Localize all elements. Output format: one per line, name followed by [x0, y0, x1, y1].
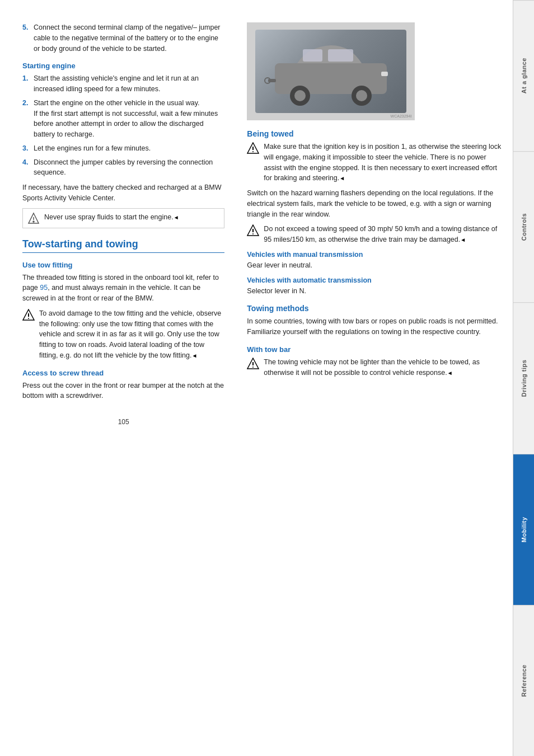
manual-transmission-text: Gear lever in neutral. [247, 260, 502, 271]
manual-transmission-section: Vehicles with manual transmission Gear l… [247, 251, 502, 271]
svg-point-24 [252, 367, 254, 368]
tab-controls[interactable]: Controls [513, 151, 534, 302]
side-tabs: At a glance Controls Driving tips Mobili… [513, 0, 534, 756]
svg-rect-6 [275, 63, 387, 94]
step-1: 1. Start the assisting vehicle's engine … [22, 73, 224, 95]
being-towed-warning2: Do not exceed a towing speed of 30 mph/ … [247, 224, 502, 245]
being-towed-warning2-icon [247, 224, 259, 237]
being-towed-title: Being towed [247, 129, 502, 138]
step-2: 2. Start the engine on the other vehicle… [22, 98, 224, 140]
tow-bar-title: With tow bar [247, 345, 502, 354]
spray-fluid-text: Never use spray fluids to start the engi… [44, 212, 179, 223]
note-icon [27, 212, 40, 224]
towing-methods-section: Towing methods In some countries, towing… [247, 304, 502, 337]
being-towed-warning1: Make sure that the ignition key is in po… [247, 142, 502, 184]
svg-point-12 [356, 90, 367, 101]
step-5-container: 5. Connect the second terminal clamp of … [22, 22, 224, 54]
tab-mobility[interactable]: Mobility [513, 454, 534, 605]
tow-section: Tow-starting and towing Use tow fitting … [22, 238, 224, 402]
being-towed-warning1-icon [247, 142, 259, 154]
car-image: WCA23294I [247, 22, 415, 120]
svg-point-5 [28, 318, 29, 319]
being-towed-section: Being towed Make sure that the ignition … [247, 129, 502, 245]
use-tow-fitting-title: Use tow fitting [22, 261, 224, 269]
being-towed-para1: Switch on the hazard warning flashers de… [247, 188, 502, 219]
tow-section-title: Tow-starting and towing [22, 238, 224, 253]
step-5: 5. Connect the second terminal clamp of … [22, 22, 224, 54]
being-towed-warning2-text: Do not exceed a towing speed of 30 mph/ … [264, 224, 502, 245]
tow-bar-warning: The towing vehicle may not be lighter th… [247, 357, 502, 378]
tab-at-a-glance[interactable]: At a glance [513, 0, 534, 151]
starting-engine-section: Starting engine 1. Start the assisting v… [22, 62, 224, 228]
svg-rect-14 [268, 79, 276, 82]
page-95-link[interactable]: 95 [40, 284, 48, 292]
tow-bar-warning-text: The towing vehicle may not be lighter th… [264, 357, 502, 378]
svg-rect-7 [303, 49, 322, 62]
tab-driving-tips[interactable]: Driving tips [513, 302, 534, 453]
car-svg [264, 35, 398, 108]
manual-transmission-title: Vehicles with manual transmission [247, 251, 502, 259]
svg-point-18 [252, 151, 254, 152]
tab-reference[interactable]: Reference [513, 605, 534, 756]
being-towed-warning1-text: Make sure that the ignition key is in po… [264, 142, 502, 184]
tow-fitting-warning: To avoid damage to the tow fitting and t… [22, 308, 224, 361]
step-4: 4. Disconnect the jumper cables by rever… [22, 157, 224, 179]
svg-point-10 [294, 90, 306, 101]
image-watermark: WCA23294I [391, 114, 412, 118]
page-number: 105 [22, 418, 224, 437]
access-screw-text: Press out the cover in the front or rear… [22, 381, 224, 402]
automatic-transmission-text: Selector lever in N. [247, 286, 502, 297]
svg-point-21 [252, 233, 254, 234]
towing-methods-title: Towing methods [247, 304, 502, 313]
svg-point-2 [33, 221, 34, 222]
car-image-inner [255, 30, 406, 113]
tow-bar-warning-icon [247, 358, 259, 370]
battery-note: If necessary, have the battery checked a… [22, 182, 224, 204]
access-screw-title: Access to screw thread [22, 369, 224, 377]
step-3: 3. Let the engines run for a few minutes… [22, 143, 224, 154]
svg-rect-8 [328, 49, 353, 62]
starting-engine-title: Starting engine [22, 62, 224, 70]
automatic-transmission-section: Vehicles with automatic transmission Sel… [247, 276, 502, 297]
tow-fitting-warning-text: To avoid damage to the tow fitting and t… [39, 308, 224, 361]
svg-rect-13 [381, 72, 388, 76]
use-tow-fitting-para1: The threaded tow fitting is stored in th… [22, 273, 224, 304]
spray-fluid-note: Never use spray fluids to start the engi… [22, 208, 224, 228]
towing-methods-text: In some countries, towing with tow bars … [247, 316, 502, 337]
tow-bar-section: With tow bar The towing vehicle may not … [247, 345, 502, 378]
tow-fitting-warning-icon [22, 309, 35, 321]
automatic-transmission-title: Vehicles with automatic transmission [247, 276, 502, 284]
